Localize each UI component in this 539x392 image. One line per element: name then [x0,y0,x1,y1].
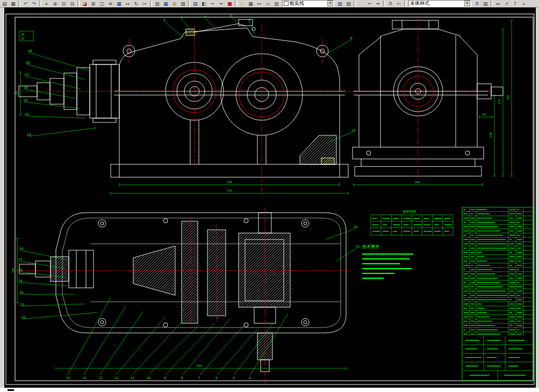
side-view [353,16,503,179]
table-text-dash [383,231,389,231]
part-callout-number: 6 [248,18,250,21]
table-text-dash [508,349,522,349]
table-text-dash [465,340,479,340]
color-icon[interactable]: ■ [226,0,234,8]
table-text-dash [463,261,468,262]
table-text-dash [517,274,522,274]
linetype-icon[interactable]: ╍ [209,0,217,8]
area-icon[interactable]: ▱ [264,0,272,8]
toolbar-separator [383,1,385,6]
table-text-dash [517,218,522,219]
part-callout-number: 21 [20,302,25,306]
list-icon[interactable]: ▥ [272,0,281,8]
table-text-dash [477,214,490,214]
image-icon[interactable]: ▧ [179,0,187,8]
table-text-dash [471,231,475,231]
leader-icon[interactable]: ↗ [502,0,511,8]
callout-leader-line [205,18,216,29]
table-text-dash [383,224,387,225]
layer-states-icon[interactable]: ▨ [344,0,353,8]
match-properties-icon[interactable]: ▦ [9,0,17,8]
table-text-dash [509,313,512,313]
lineweight-ctrl-icon[interactable]: ━ [374,0,382,8]
zoom-window-icon[interactable]: ⊡ [60,0,68,8]
callout-leader-line [336,248,357,261]
layer-dropdown[interactable]: 粗实线 ▾ [282,0,334,7]
pan-icon[interactable]: + [42,0,51,8]
move-icon[interactable]: ↔ [124,0,132,8]
block-icon[interactable]: ⊞ [170,0,178,8]
part-callout-number: 7 [198,376,200,380]
table-text-dash [509,321,515,322]
callout-leader-line [132,322,182,375]
lineweight-icon[interactable]: ━ [217,0,225,8]
toolbar: ▤▦↶↷+⊕⊡⊟◪⊞◫≡▦↔↻✂▥▦⊞▧▤◧╍━■◇▦↦▱▥ 粗实线 ▾ ▧▨■… [0,0,539,8]
table-text-dash [517,265,522,266]
layer-previous-icon[interactable]: ◧ [200,0,208,8]
plot-icon[interactable]: ▥ [153,0,161,8]
undo-icon[interactable]: ↶ [21,0,30,8]
properties-icon[interactable]: ▤ [1,0,9,8]
chevron-down-icon[interactable]: ▾ [464,1,470,6]
make-layer-icon[interactable]: ▧ [336,0,344,8]
callout-leader-line [19,282,68,286]
table-icon[interactable]: ▦ [162,0,170,8]
table-text-dash [477,313,487,313]
table-text-dash [509,330,515,330]
zoom-previous-icon[interactable]: ⊟ [68,0,76,8]
linetype-ctrl-icon[interactable]: ╍ [365,0,373,8]
mirror-icon[interactable]: ◫ [98,0,106,8]
rotate-icon[interactable]: ↻ [132,0,140,8]
table-text-dash [517,321,521,322]
table-text-dash [487,366,501,366]
table-text-dash [508,340,524,340]
table-text-dash [393,218,398,219]
table-text-dash [509,252,512,253]
array-icon[interactable]: ▦ [115,0,123,8]
table-text-dash [487,349,498,349]
trim-icon[interactable]: ✂ [141,0,149,8]
style-dropdown[interactable]: 未体样式 ▾ [408,0,471,7]
part-callout-number: 29 [28,49,32,53]
table-text-dash [471,317,473,317]
zoom-realtime-icon[interactable]: ⊕ [51,0,59,8]
table-text-dash [463,300,469,300]
erase-icon[interactable]: ◪ [81,0,89,8]
tech-requirement-line [362,258,409,259]
chevron-down-icon[interactable]: ▾ [327,1,333,6]
distance-icon[interactable]: ↦ [255,0,263,8]
layers-icon[interactable]: ▤ [191,0,199,8]
table-text-dash [463,231,469,231]
bylayer-color-icon[interactable]: ■ [357,0,365,8]
grid-icon[interactable]: ▦ [247,0,255,8]
redo-icon[interactable]: ↷ [30,0,38,8]
dim-style-icon[interactable]: ⊢ [395,0,403,8]
table-text-dash [509,244,514,244]
table-text-dash [509,317,515,317]
copy-icon[interactable]: ⊞ [89,0,97,8]
table-text-dash [509,257,515,257]
mtext-icon[interactable]: ▤ [481,0,490,8]
table-text-dash [393,231,397,231]
table-text-dash [463,317,469,317]
table-text-dash [477,304,481,304]
dimension-icon[interactable]: ↔ [494,0,502,8]
part-callout-number: 11 [131,376,135,380]
overflow-icon[interactable]: » [520,0,528,8]
table-text-dash [517,239,522,240]
table-text-dash [471,334,475,335]
table-text-dash [504,375,526,375]
table-text-dash [471,308,474,309]
part-callout-number: 25 [24,98,28,102]
part-callout-number: 13 [98,376,103,380]
text-style-icon[interactable]: A [386,0,394,8]
osnap-icon[interactable]: ◇ [238,0,246,8]
table-text-dash [463,308,467,309]
offset-icon[interactable]: ≡ [106,0,114,8]
tech-requirement-line [362,253,413,255]
drawing-canvas[interactable]: 30 20 技术特性 技术要求 292827262524232345691016… [4,8,536,388]
text-icon[interactable]: A [473,0,481,8]
dimension-value: 240 [415,180,420,184]
help-icon[interactable]: ? [511,0,519,8]
dimension-value: 292 [506,95,509,100]
